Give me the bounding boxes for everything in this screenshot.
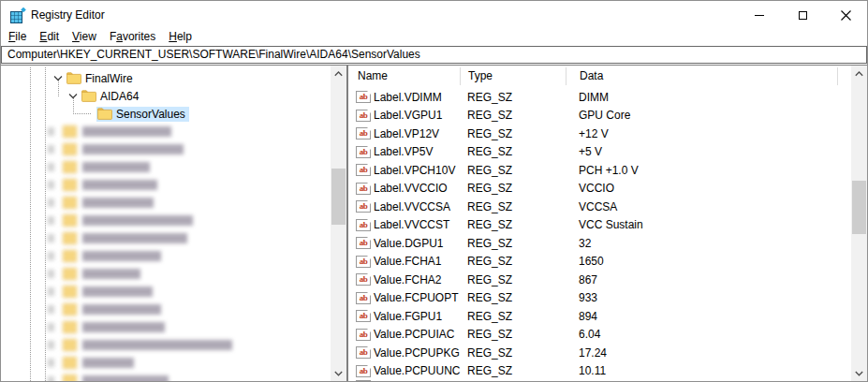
close-icon bbox=[841, 10, 851, 21]
chevron-right-icon bbox=[48, 287, 54, 296]
tree-node-aida64[interactable]: AIDA64 bbox=[1, 87, 330, 105]
table-row[interactable]: abLabel.VPCH10VREG_SZPCH +1.0 V bbox=[348, 161, 851, 180]
tree-vertical-scrollbar[interactable] bbox=[331, 66, 346, 381]
chevron-right-icon bbox=[48, 163, 54, 171]
scroll-up-icon[interactable] bbox=[851, 66, 867, 81]
reg-sz-icon: ab bbox=[356, 127, 371, 140]
column-header-name[interactable]: Name bbox=[348, 66, 460, 86]
value-data: PCH +1.0 V bbox=[566, 164, 851, 177]
menu-help[interactable]: Help bbox=[162, 30, 199, 45]
close-button[interactable] bbox=[824, 1, 867, 30]
menu-view[interactable]: View bbox=[66, 30, 103, 45]
reg-sz-icon: ab bbox=[356, 310, 371, 322]
table-row[interactable]: abValue.PCPUPKGREG_SZ17.24 bbox=[348, 344, 851, 362]
registry-editor-app-icon bbox=[9, 7, 26, 24]
tree-node-blurred[interactable] bbox=[1, 194, 163, 212]
tree-node-blurred[interactable] bbox=[1, 229, 197, 247]
table-row[interactable]: abValue.PCPUUNCREG_SZ10.11 bbox=[348, 362, 851, 381]
tree-node-blurred[interactable] bbox=[1, 158, 159, 176]
table-row[interactable]: abLabel.VVCCSTREG_SZVCC Sustain bbox=[348, 216, 851, 235]
tree-node-label bbox=[82, 198, 154, 208]
minimize-button[interactable] bbox=[738, 1, 781, 30]
tree-node-blurred[interactable] bbox=[1, 212, 202, 229]
chevron-down-icon[interactable] bbox=[52, 74, 64, 83]
value-type: REG_SZ bbox=[460, 346, 566, 360]
partial-row bbox=[356, 380, 371, 381]
list-vertical-scrollbar[interactable] bbox=[851, 66, 867, 381]
table-row[interactable]: abValue.FCHA2REG_SZ867 bbox=[348, 271, 851, 289]
scrollbar-thumb[interactable] bbox=[852, 181, 866, 234]
chevron-right-icon bbox=[48, 359, 54, 367]
table-row[interactable]: abValue.PCPUIACREG_SZ6.04 bbox=[348, 326, 851, 345]
registry-path-input[interactable]: Computer\HKEY_CURRENT_USER\SOFTWARE\Fina… bbox=[1, 46, 867, 64]
value-name: Label.VDIMM bbox=[374, 91, 442, 104]
value-name: Label.VPCH10V bbox=[374, 164, 455, 177]
scroll-down-icon[interactable] bbox=[851, 365, 867, 381]
reg-sz-icon: ab bbox=[356, 110, 371, 122]
table-row[interactable]: abLabel.VP5VREG_SZ+5 V bbox=[348, 143, 851, 162]
scroll-up-icon[interactable] bbox=[331, 66, 346, 81]
scrollbar-thumb[interactable] bbox=[331, 169, 346, 225]
folder-icon bbox=[63, 375, 77, 381]
chevron-right-icon bbox=[48, 181, 54, 189]
table-row[interactable]: abLabel.VGPU1REG_SZGPU Core bbox=[348, 107, 851, 125]
maximize-button[interactable] bbox=[781, 1, 824, 30]
chevron-right-icon bbox=[48, 341, 54, 349]
tree-node-label bbox=[82, 375, 169, 381]
tree-node-blurred[interactable] bbox=[1, 301, 170, 318]
value-data: 933 bbox=[566, 291, 851, 304]
menu-favorites[interactable]: Favorites bbox=[103, 30, 162, 45]
column-header-data[interactable]: Data bbox=[566, 66, 851, 86]
column-divider[interactable] bbox=[460, 67, 461, 85]
value-name: Value.FCHA1 bbox=[374, 255, 441, 268]
table-row[interactable]: abValue.FGPU1REG_SZ894 bbox=[348, 307, 851, 326]
tree-node-blurred[interactable] bbox=[1, 318, 174, 336]
table-row[interactable]: abValue.FCPUOPTREG_SZ933 bbox=[348, 289, 851, 308]
tree-node-blurred[interactable] bbox=[1, 123, 181, 140]
scroll-down-icon[interactable] bbox=[331, 365, 346, 381]
tree-node-label bbox=[82, 358, 134, 368]
folder-icon bbox=[63, 125, 77, 138]
tree-node-blurred[interactable] bbox=[1, 247, 170, 265]
column-header-type[interactable]: Type bbox=[460, 66, 566, 86]
tree-node-finalwire[interactable]: FinalWire bbox=[1, 69, 330, 87]
reg-sz-icon: ab bbox=[356, 256, 371, 268]
value-type: REG_SZ bbox=[460, 273, 566, 286]
folder-icon bbox=[97, 108, 112, 120]
tree-node-sensorvalues[interactable]: SensorValues bbox=[1, 105, 330, 123]
tree-node-blurred[interactable] bbox=[1, 354, 143, 372]
reg-sz-icon: ab bbox=[356, 164, 371, 176]
table-row[interactable]: abLabel.VVCCSAREG_SZVCCSA bbox=[348, 198, 851, 216]
tree-node-blurred[interactable] bbox=[1, 265, 150, 283]
tree-node-blurred[interactable] bbox=[1, 336, 242, 354]
folder-icon bbox=[63, 250, 77, 262]
table-row[interactable]: abValue.FCHA1REG_SZ1650 bbox=[348, 253, 851, 272]
tree-node-blurred[interactable] bbox=[1, 140, 193, 158]
chevron-down-icon[interactable] bbox=[67, 92, 79, 101]
value-name: Value.FCHA2 bbox=[374, 273, 441, 286]
column-divider[interactable] bbox=[837, 67, 838, 85]
value-data: 894 bbox=[566, 310, 851, 323]
selected-tree-node[interactable]: SensorValues bbox=[96, 107, 189, 122]
chevron-right-icon bbox=[48, 198, 54, 207]
tree-node-label bbox=[82, 251, 161, 261]
menu-file[interactable]: File bbox=[2, 30, 33, 45]
menu-edit[interactable]: Edit bbox=[33, 30, 66, 45]
reg-sz-icon: ab bbox=[356, 91, 371, 103]
table-row[interactable]: abLabel.VDIMMREG_SZDIMM bbox=[348, 88, 851, 107]
table-row[interactable]: abLabel.VVCCIOREG_SZVCCIO bbox=[348, 180, 851, 198]
title-bar[interactable]: Registry Editor bbox=[1, 1, 867, 30]
values-list-pane[interactable]: Name Type Data abLabel.VDIMMREG_SZDIMMab… bbox=[348, 65, 867, 381]
list-header: Name Type Data bbox=[348, 66, 851, 86]
table-row[interactable]: abValue.DGPU1REG_SZ32 bbox=[348, 234, 851, 253]
tree-node-blurred[interactable] bbox=[1, 372, 178, 381]
value-data: +12 V bbox=[566, 127, 851, 140]
tree-node-blurred[interactable] bbox=[1, 283, 162, 301]
value-name: Label.VP5V bbox=[374, 145, 433, 158]
value-name: Label.VVCCIO bbox=[374, 182, 448, 195]
tree-node-label bbox=[82, 233, 187, 243]
key-tree-pane[interactable]: FinalWire AIDA64 SensorVal bbox=[1, 65, 348, 381]
table-row[interactable]: abLabel.VP12VREG_SZ+12 V bbox=[348, 125, 851, 143]
column-divider[interactable] bbox=[566, 67, 566, 85]
tree-node-blurred[interactable] bbox=[1, 176, 167, 194]
